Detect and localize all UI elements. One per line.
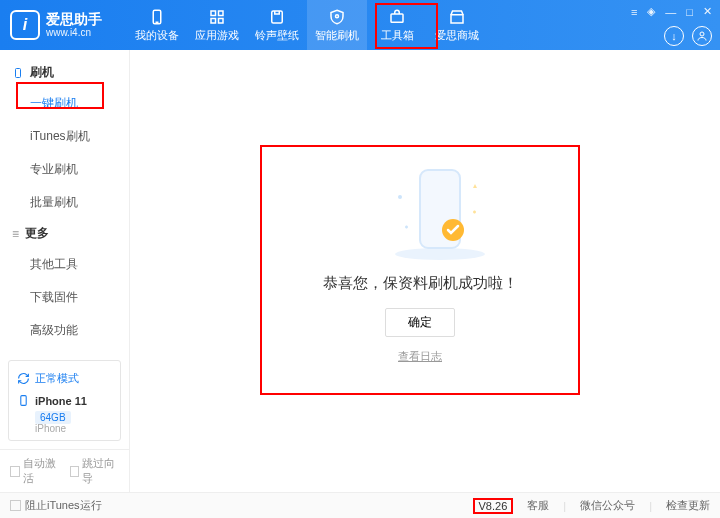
menu-icon[interactable]: ≡ bbox=[631, 6, 637, 18]
svg-rect-8 bbox=[391, 14, 403, 22]
sidebar-checks: 自动激活 跳过向导 bbox=[0, 449, 129, 492]
success-title: 恭喜您，保资料刷机成功啦！ bbox=[323, 274, 518, 293]
music-icon bbox=[268, 8, 286, 26]
section-label: 更多 bbox=[25, 225, 49, 242]
sidebar-item-pro[interactable]: 专业刷机 bbox=[0, 153, 129, 186]
toolbox-icon bbox=[388, 8, 406, 26]
sidebar-item-itunes[interactable]: iTunes刷机 bbox=[0, 120, 129, 153]
app-title: 爱思助手 bbox=[46, 12, 102, 27]
apps-icon bbox=[208, 8, 226, 26]
nav-label: 爱思商城 bbox=[435, 28, 479, 43]
success-illustration bbox=[375, 162, 465, 262]
sidebar: 刷机 一键刷机 iTunes刷机 专业刷机 批量刷机 ≡ 更多 其他工具 下载固… bbox=[0, 50, 130, 492]
nav-apps[interactable]: 应用游戏 bbox=[187, 0, 247, 50]
sidebar-section-more: ≡ 更多 bbox=[0, 219, 129, 248]
header: i 爱思助手 www.i4.cn 我的设备 应用游戏 铃声壁纸 智能刷机 工具箱 bbox=[0, 0, 720, 50]
phone-icon bbox=[148, 8, 166, 26]
more-icon: ≡ bbox=[12, 227, 19, 241]
main-area: 恭喜您，保资料刷机成功啦！ 确定 查看日志 bbox=[130, 50, 720, 492]
sidebar-item-oneclick[interactable]: 一键刷机 bbox=[0, 87, 129, 120]
chk-auto-activate[interactable]: 自动激活 bbox=[10, 456, 60, 486]
nav-ringtone[interactable]: 铃声壁纸 bbox=[247, 0, 307, 50]
nav-store[interactable]: 爱思商城 bbox=[427, 0, 487, 50]
nav-label: 铃声壁纸 bbox=[255, 28, 299, 43]
nav-smart-flash[interactable]: 智能刷机 bbox=[307, 0, 367, 50]
mode-label: 正常模式 bbox=[35, 371, 79, 386]
svg-rect-5 bbox=[219, 18, 224, 23]
skin-icon[interactable]: ◈ bbox=[647, 5, 655, 18]
footer-link-support[interactable]: 客服 bbox=[527, 498, 549, 513]
chk-block-itunes[interactable]: 阻止iTunes运行 bbox=[10, 498, 102, 513]
footer-link-wechat[interactable]: 微信公众号 bbox=[580, 498, 635, 513]
chk-label: 阻止iTunes运行 bbox=[25, 498, 102, 513]
sidebar-item-other[interactable]: 其他工具 bbox=[0, 248, 129, 281]
svg-point-10 bbox=[700, 32, 704, 36]
ok-button[interactable]: 确定 bbox=[385, 308, 455, 337]
svg-point-13 bbox=[395, 248, 485, 260]
phone-icon bbox=[17, 394, 30, 407]
nav-my-device[interactable]: 我的设备 bbox=[127, 0, 187, 50]
download-icon[interactable]: ↓ bbox=[664, 26, 684, 46]
svg-rect-6 bbox=[272, 11, 283, 23]
footer-link-update[interactable]: 检查更新 bbox=[666, 498, 710, 513]
svg-rect-4 bbox=[211, 18, 216, 23]
nav-label: 工具箱 bbox=[381, 28, 414, 43]
svg-rect-3 bbox=[219, 11, 224, 16]
sidebar-item-batch[interactable]: 批量刷机 bbox=[0, 186, 129, 219]
svg-point-7 bbox=[336, 14, 339, 17]
refresh-icon bbox=[17, 372, 30, 385]
section-label: 刷机 bbox=[30, 64, 54, 81]
logo[interactable]: i 爱思助手 www.i4.cn bbox=[10, 10, 102, 40]
shield-icon bbox=[328, 8, 346, 26]
device-sub: iPhone bbox=[17, 423, 112, 434]
device-name: iPhone 11 bbox=[35, 395, 87, 407]
top-nav: 我的设备 应用游戏 铃声壁纸 智能刷机 工具箱 爱思商城 bbox=[127, 0, 487, 50]
nav-label: 应用游戏 bbox=[195, 28, 239, 43]
phone-icon bbox=[12, 67, 24, 79]
store-icon bbox=[448, 8, 466, 26]
svg-rect-11 bbox=[16, 68, 21, 77]
nav-label: 智能刷机 bbox=[315, 28, 359, 43]
svg-rect-2 bbox=[211, 11, 216, 16]
sidebar-item-download[interactable]: 下载固件 bbox=[0, 281, 129, 314]
logo-icon: i bbox=[10, 10, 40, 40]
nav-label: 我的设备 bbox=[135, 28, 179, 43]
chk-label: 自动激活 bbox=[23, 456, 60, 486]
user-icon[interactable] bbox=[692, 26, 712, 46]
mode-row[interactable]: 正常模式 bbox=[17, 367, 112, 390]
device-panel: 正常模式 iPhone 11 64GB iPhone bbox=[8, 360, 121, 441]
success-panel: 恭喜您，保资料刷机成功啦！ 确定 查看日志 bbox=[260, 145, 580, 395]
view-log-link[interactable]: 查看日志 bbox=[398, 349, 442, 364]
svg-rect-12 bbox=[21, 396, 26, 406]
chk-skip-guide[interactable]: 跳过向导 bbox=[70, 456, 120, 486]
sidebar-section-flash: 刷机 bbox=[0, 58, 129, 87]
chk-label: 跳过向导 bbox=[82, 456, 119, 486]
svg-rect-9 bbox=[451, 14, 463, 22]
device-row[interactable]: iPhone 11 bbox=[17, 390, 112, 411]
footer: 阻止iTunes运行 V8.26 客服 | 微信公众号 | 检查更新 bbox=[0, 492, 720, 518]
app-url: www.i4.cn bbox=[46, 27, 102, 38]
sidebar-item-advanced[interactable]: 高级功能 bbox=[0, 314, 129, 347]
version-label: V8.26 bbox=[473, 498, 514, 514]
nav-toolbox[interactable]: 工具箱 bbox=[367, 0, 427, 50]
svg-point-16 bbox=[398, 195, 402, 199]
